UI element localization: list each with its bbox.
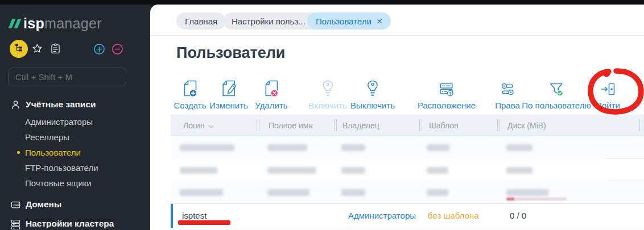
- table-row-redacted[interactable]: [171, 136, 644, 159]
- favorites-button[interactable]: [31, 43, 43, 57]
- ispmanager-window: isp manager Учётные записиАдминистраторы…: [0, 0, 644, 230]
- toolbar-button-label: Права: [495, 101, 520, 110]
- section-label: Настройки кластера: [26, 219, 114, 229]
- table-row-redacted[interactable]: [171, 181, 644, 204]
- redacted-cell-blob: [427, 167, 448, 174]
- location-button[interactable]: ?Расположение: [418, 77, 476, 110]
- column-header-disk[interactable]: Диск (MiB): [507, 121, 546, 130]
- redacted-cell-blob: [180, 189, 223, 196]
- column-header-label: Шаблон: [429, 121, 459, 130]
- permissions-keys-icon: [498, 77, 517, 98]
- location-servers-icon: ?: [437, 77, 456, 98]
- login-door-icon: [599, 77, 617, 98]
- tab-home[interactable]: Главная: [176, 12, 226, 30]
- redacted-cell-blob: [267, 144, 307, 151]
- enable-button[interactable]: Включить: [308, 77, 346, 110]
- zoom-out-button[interactable]: [112, 43, 123, 57]
- logo-slashes-icon: [10, 19, 19, 28]
- row-divider: [171, 228, 644, 228]
- disk-usage-bar: [506, 198, 567, 200]
- create-button[interactable]: Создать: [174, 77, 206, 110]
- column-header-full-name[interactable]: Полное имя: [269, 121, 313, 130]
- redacted-cell-blob: [267, 167, 316, 174]
- domains-icon: .com: [9, 199, 22, 210]
- filter-user-check-icon: [547, 77, 565, 98]
- logo-text-light: manager: [44, 15, 102, 32]
- column-header-label: Логин: [183, 121, 205, 130]
- top-strip: [0, 0, 644, 5]
- toolbar-button-label: Включить: [308, 101, 346, 110]
- tab-label: Настройки польз...: [232, 16, 306, 26]
- redacted-cell-blob: [180, 167, 217, 174]
- plus-circle-icon: [93, 43, 105, 57]
- column-header-login[interactable]: Логин: [183, 121, 214, 130]
- table-row-redacted[interactable]: [171, 159, 644, 181]
- sidebar-section-accounts[interactable]: Учётные записи: [0, 98, 150, 111]
- row-divider: [606, 158, 644, 159]
- toolbar-button-label: По пользователю: [522, 101, 591, 110]
- section-label: Домены: [26, 199, 61, 210]
- sidebar-item-ftp-users[interactable]: FTP-пользователи: [0, 160, 150, 175]
- toolbar-button-label: Выключить: [350, 101, 395, 110]
- redacted-cell-blob: [427, 189, 448, 196]
- bulb-icon: [319, 77, 337, 98]
- column-header-owner[interactable]: Владелец: [342, 121, 379, 130]
- redacted-cell-blob: [427, 144, 449, 151]
- tab-label: Пользователи: [316, 16, 371, 26]
- sidebar-item-mailboxes[interactable]: Почтовые ящики: [0, 175, 150, 191]
- sidebar-quick-icons: [0, 39, 150, 60]
- edit-button[interactable]: Изменить: [209, 77, 248, 110]
- section-items: АдминистраторыРеселлерыПользователиFTP-п…: [0, 114, 150, 191]
- tab-close-icon[interactable]: ×: [377, 16, 382, 26]
- redacted-cell-blob: [341, 167, 365, 174]
- cell-disk: 0 / 0: [510, 211, 526, 220]
- tabbar-divider: [151, 35, 644, 36]
- sidebar-section-domains[interactable]: .comДомены: [0, 198, 150, 211]
- tab-label: Главная: [185, 16, 217, 26]
- sidebar-section-cluster-settings[interactable]: Настройки кластера: [0, 217, 150, 230]
- sidebar-item-label: Администраторы: [25, 117, 93, 127]
- svg-text:.com: .com: [12, 203, 18, 206]
- edit-doc-icon: [220, 77, 238, 98]
- sidebar-item-administrators[interactable]: Администраторы: [0, 114, 150, 129]
- row-divider: [171, 203, 644, 204]
- sidebar-item-users[interactable]: Пользователи: [0, 145, 150, 160]
- by-user-button[interactable]: По пользователю: [522, 77, 591, 110]
- tasks-button[interactable]: [49, 43, 61, 57]
- create-doc-icon: [181, 77, 199, 98]
- disable-button[interactable]: Выключить: [350, 77, 395, 110]
- redacted-cell-blob: [267, 189, 309, 196]
- column-header-template[interactable]: Шаблон: [429, 121, 459, 130]
- column-divider: [639, 119, 642, 131]
- sidebar-item-label: Почтовые ящики: [25, 178, 92, 188]
- menu-tree-button[interactable]: [10, 40, 28, 58]
- section-label: Учётные записи: [26, 99, 96, 110]
- sort-chevron-down-icon: [208, 121, 214, 130]
- toolbar-button-label: Расположение: [418, 101, 476, 110]
- search-input[interactable]: [8, 68, 126, 86]
- column-header-label: Диск (MiB): [507, 121, 546, 130]
- menu-tree-icon: [14, 43, 23, 55]
- redacted-cell-blob: [341, 189, 365, 196]
- permissions-button[interactable]: Права: [495, 77, 520, 110]
- cell-template: без шаблона: [428, 211, 479, 220]
- ispmanager-logo: isp manager: [10, 15, 102, 32]
- svg-text:?: ?: [449, 91, 452, 96]
- cluster-icon: [9, 219, 22, 229]
- redacted-cell-blob: [506, 144, 532, 151]
- tab-users[interactable]: Пользователи×: [307, 12, 391, 30]
- active-bullet: [17, 151, 20, 154]
- toolbar-button-label: Удалить: [255, 101, 287, 110]
- redacted-cell-blob: [506, 167, 532, 174]
- minus-circle-icon: [112, 43, 123, 57]
- logo-text-bold: isp: [23, 15, 44, 32]
- star-icon: [31, 43, 43, 57]
- delete-button[interactable]: Удалить: [255, 77, 287, 110]
- accounts-person-icon: [9, 99, 22, 110]
- delete-doc-icon: [262, 77, 280, 98]
- sidebar-item-resellers[interactable]: Реселлеры: [0, 129, 150, 145]
- clipboard-icon: [49, 43, 61, 57]
- zoom-in-button[interactable]: [93, 43, 105, 57]
- sidebar-item-label: FTP-пользователи: [25, 163, 98, 173]
- table-row-isptest[interactable]: isptestАдминистраторыбез шаблона0 / 0: [171, 204, 644, 228]
